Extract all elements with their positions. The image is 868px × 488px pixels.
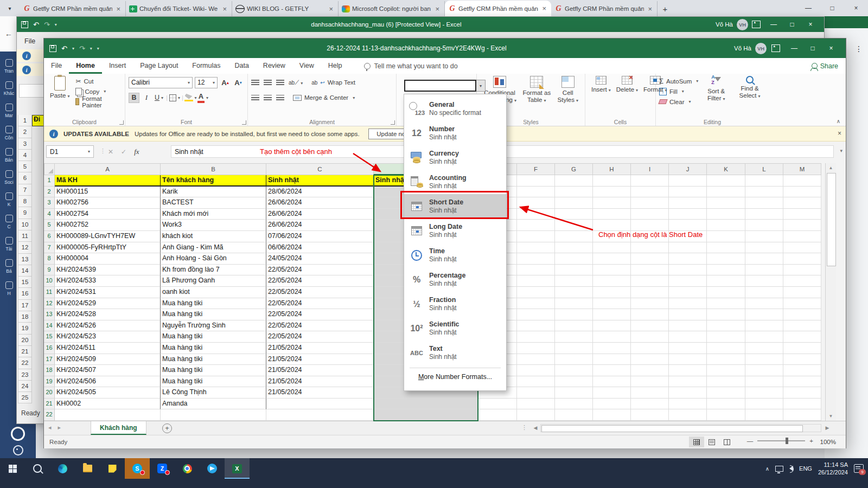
row-header-17[interactable]: 17	[44, 354, 55, 365]
cell-M8[interactable]	[783, 253, 821, 265]
cell-B14[interactable]: Nguyễn Trường Sinh	[161, 320, 266, 332]
taskbar-excel-icon[interactable]	[225, 458, 250, 479]
cell-M1[interactable]	[783, 175, 821, 187]
cell-E22[interactable]	[478, 409, 517, 421]
cell-G12[interactable]	[555, 298, 593, 310]
menu-item-time[interactable]: TimeSinh nhật	[404, 243, 506, 267]
cell-C9[interactable]: 22/05/2024	[266, 265, 374, 276]
cell-C10[interactable]: 22/05/2024	[266, 275, 374, 287]
cell-J5[interactable]	[669, 220, 707, 231]
cell-G8[interactable]	[555, 253, 593, 265]
cell-F13[interactable]	[517, 309, 555, 320]
cell-J18[interactable]	[669, 365, 707, 376]
cell-I14[interactable]	[631, 320, 669, 332]
cell-C14[interactable]: 22/05/2024	[266, 320, 374, 332]
ribbon-tab-help[interactable]: Help	[321, 58, 349, 74]
cell-K22[interactable]	[707, 409, 745, 421]
browser-tab[interactable]: WIKI BLOG - GETFLY×	[232, 1, 339, 16]
expand-formula-bar-icon[interactable]: ▾	[840, 148, 843, 153]
cell-B11[interactable]: oanh kiot	[161, 287, 266, 298]
row-header-13[interactable]: 13	[44, 309, 55, 320]
cell-M20[interactable]	[783, 387, 821, 399]
cell-I8[interactable]	[631, 253, 669, 265]
zoom-in-icon[interactable]: +	[809, 438, 813, 444]
cell-B12[interactable]: Mua hàng tiki	[161, 298, 266, 310]
row-header[interactable]: 4	[18, 150, 32, 161]
cell-I12[interactable]	[631, 298, 669, 310]
font-color-button[interactable]	[197, 93, 208, 103]
cell-F12[interactable]	[517, 298, 555, 310]
row-header-5[interactable]: 5	[44, 220, 55, 231]
cell-K14[interactable]	[707, 320, 745, 332]
cell-B10[interactable]: Lã Phương Oanh	[161, 275, 266, 287]
paste-button[interactable]: Paste	[47, 76, 72, 107]
cell-K8[interactable]	[707, 253, 745, 265]
cell-A1[interactable]: Mã KH	[55, 175, 161, 187]
cell-G9[interactable]	[555, 265, 593, 276]
column-header-A[interactable]: A	[55, 163, 161, 175]
cell-I15[interactable]	[631, 331, 669, 343]
cell-F7[interactable]	[517, 242, 555, 254]
cell-A4[interactable]: KH002754	[55, 209, 161, 220]
cell-C7[interactable]: 06/06/2024	[266, 242, 374, 254]
save-icon[interactable]	[49, 45, 56, 52]
cell-I2[interactable]	[631, 187, 669, 198]
maximize-button[interactable]: □	[803, 44, 822, 52]
cell-C20[interactable]: 21/05/2024	[266, 387, 374, 399]
ribbon-tab-data[interactable]: Data	[227, 58, 256, 74]
cell-J2[interactable]	[669, 187, 707, 198]
cell-G11[interactable]	[555, 287, 593, 298]
cell-G14[interactable]	[555, 320, 593, 332]
cell-H10[interactable]	[593, 275, 631, 287]
tell-me-box[interactable]: Tell me what you want to do	[364, 58, 457, 74]
taskbar-telegram-icon[interactable]	[200, 458, 225, 479]
row-header[interactable]: 22	[18, 357, 32, 369]
cell-A20[interactable]: KH/2024/505	[55, 387, 161, 399]
wrap-text-button[interactable]: Wrap Text	[311, 78, 355, 88]
row-header-21[interactable]: 21	[44, 399, 55, 410]
zoom-percent[interactable]: 100%	[820, 439, 836, 445]
cell-A3[interactable]: KH002756	[55, 197, 161, 209]
cell-A16[interactable]: KH/2024/511	[55, 343, 161, 354]
cell-A7[interactable]: KH000005-FyRHrtpTtY	[55, 242, 161, 254]
row-header[interactable]: 25	[18, 392, 32, 403]
cell-F20[interactable]	[517, 387, 555, 399]
row-header-22[interactable]: 22	[44, 409, 55, 421]
tab-close-icon[interactable]: ×	[114, 5, 122, 13]
cell-B4[interactable]: Khách mới mới	[161, 209, 266, 220]
cell-M4[interactable]	[783, 209, 821, 220]
cell-A10[interactable]: KH/2024/533	[55, 275, 161, 287]
row-header-1[interactable]: 1	[44, 175, 55, 187]
cancel-entry-icon[interactable]: ✕	[108, 148, 113, 156]
column-header-H[interactable]: H	[593, 163, 631, 175]
cell-K3[interactable]	[707, 197, 745, 209]
cut-button[interactable]: Cut	[75, 76, 122, 86]
column-header-M[interactable]: M	[783, 163, 821, 175]
row-header-12[interactable]: 12	[44, 298, 55, 310]
ribbon-display-options-icon[interactable]	[771, 44, 780, 52]
cell-C11[interactable]: 22/05/2024	[266, 287, 374, 298]
row-header[interactable]: 3	[18, 138, 32, 150]
cell-L8[interactable]	[745, 253, 783, 265]
sidebar-item-mar[interactable]: Mar	[0, 104, 18, 118]
cell-F2[interactable]	[517, 187, 555, 198]
cell-B19[interactable]: Mua hàng tiki	[161, 376, 266, 388]
column-header-K[interactable]: K	[707, 163, 745, 175]
maximize-button[interactable]: □	[783, 21, 801, 28]
redo-icon[interactable]: ↷	[44, 21, 50, 29]
row-header-15[interactable]: 15	[44, 331, 55, 343]
browser-tab[interactable]: Getfly CRM Phần mềm quản×	[20, 1, 126, 16]
cell-G13[interactable]	[555, 309, 593, 320]
cell-L15[interactable]	[745, 331, 783, 343]
taskbar-edge-icon[interactable]	[50, 458, 75, 479]
menu-item-long-date[interactable]: Long DateSinh nhật	[404, 219, 506, 243]
row-header[interactable]: 23	[18, 369, 32, 381]
taskbar-start-icon[interactable]	[0, 458, 25, 479]
cell-F9[interactable]	[517, 265, 555, 276]
cell-L11[interactable]	[745, 287, 783, 298]
cell-L9[interactable]	[745, 265, 783, 276]
cell-J19[interactable]	[669, 376, 707, 388]
sidebar-item-kh-c[interactable]: Khác	[0, 81, 18, 96]
cell-I22[interactable]	[631, 409, 669, 421]
page-break-view-button[interactable]	[719, 436, 735, 447]
